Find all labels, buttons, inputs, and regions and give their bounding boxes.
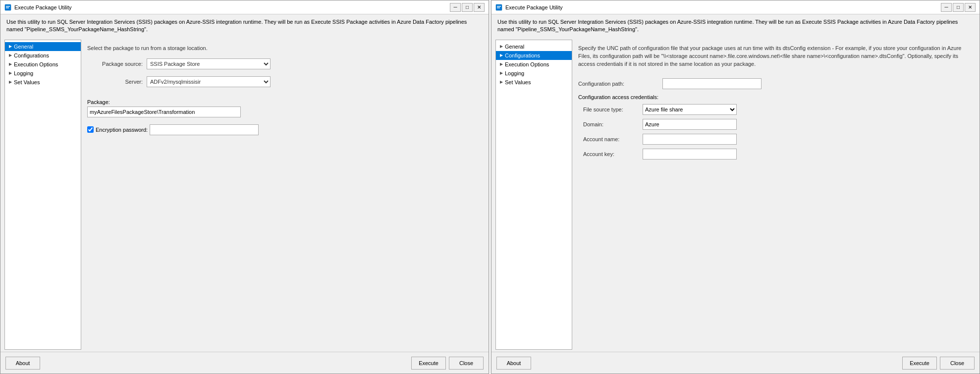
- window-content-2: Use this utility to run SQL Server Integ…: [491, 14, 980, 352]
- about-button-1[interactable]: About: [5, 357, 40, 370]
- nav-panel-1: ▶ General ▶ Configurations ▶ Execution O…: [4, 40, 81, 350]
- encryption-row: Encryption password:: [87, 124, 482, 135]
- config-path-input[interactable]: [662, 78, 762, 89]
- nav-label-setvalues-2: Set Values: [505, 79, 531, 85]
- nav-arrow-configurations-2: ▶: [500, 53, 503, 57]
- config-path-label: Configuration path:: [578, 81, 662, 87]
- title-controls-1: ─ □ ✕: [450, 3, 485, 12]
- nav-item-setvalues-1[interactable]: ▶ Set Values: [5, 78, 81, 87]
- maximize-button-1[interactable]: □: [462, 3, 473, 12]
- nav-arrow-logging-2: ▶: [500, 71, 503, 75]
- server-select[interactable]: ADFv2/mysqlmissisir: [147, 76, 271, 87]
- nav-item-configurations-2[interactable]: ▶ Configurations: [496, 51, 572, 60]
- nav-arrow-setvalues-2: ▶: [500, 80, 503, 84]
- domain-row: Domain:: [578, 119, 973, 130]
- nav-arrow-logging-1: ▶: [9, 71, 12, 75]
- nav-item-configurations-1[interactable]: ▶ Configurations: [5, 51, 81, 60]
- nav-label-configurations-1: Configurations: [14, 53, 49, 58]
- app-icon-2: [495, 4, 502, 11]
- title-bar-left-1: Execute Package Utility: [4, 4, 72, 11]
- description-2: Use this utility to run SQL Server Integ…: [491, 14, 980, 38]
- server-control: ADFv2/mysqlmissisir: [147, 76, 271, 87]
- server-row: Server: ADFv2/mysqlmissisir: [87, 76, 482, 87]
- minimize-button-1[interactable]: ─: [450, 3, 461, 12]
- encrypt-input[interactable]: [150, 124, 259, 135]
- config-section: Configuration path: Configuration access…: [578, 78, 973, 163]
- file-source-type-select[interactable]: Azure file share: [643, 104, 737, 115]
- package-source-label: Package source:: [87, 61, 147, 67]
- execute-button-1[interactable]: Execute: [411, 357, 446, 370]
- execute-button-2[interactable]: Execute: [902, 357, 937, 370]
- window-title-2: Execute Package Utility: [505, 4, 563, 10]
- title-controls-2: ─ □ ✕: [941, 3, 976, 12]
- close-button-1[interactable]: ✕: [474, 3, 485, 12]
- window-2: Execute Package Utility ─ □ ✕ Use this u…: [491, 0, 980, 374]
- maximize-button-2[interactable]: □: [953, 3, 964, 12]
- title-bar-2: Execute Package Utility ─ □ ✕: [491, 0, 980, 14]
- nav-arrow-setvalues-1: ▶: [9, 80, 12, 84]
- package-source-row: Package source: SSIS Package Store: [87, 58, 482, 69]
- title-bar-1: Execute Package Utility ─ □ ✕: [0, 0, 489, 14]
- nav-label-general-1: General: [14, 44, 33, 50]
- nav-label-logging-2: Logging: [505, 70, 524, 76]
- nav-label-setvalues-1: Set Values: [14, 79, 40, 85]
- nav-label-execution-2: Execution Options: [505, 61, 549, 67]
- nav-item-execution-2[interactable]: ▶ Execution Options: [496, 60, 572, 69]
- content-hint-1: Select the package to run from a storage…: [87, 43, 482, 54]
- encrypt-checkbox[interactable]: [87, 126, 94, 133]
- account-name-row: Account name:: [578, 134, 973, 145]
- credentials-group: Configuration access credentials: File s…: [578, 94, 973, 160]
- content-panel-2: Specify the UNC path of configuration fi…: [575, 40, 976, 350]
- nav-item-logging-2[interactable]: ▶ Logging: [496, 69, 572, 78]
- main-area-1: ▶ General ▶ Configurations ▶ Execution O…: [0, 38, 489, 352]
- nav-arrow-execution-2: ▶: [500, 62, 503, 66]
- nav-arrow-general-1: ▶: [9, 44, 12, 49]
- file-source-type-row: File source type: Azure file share: [578, 104, 973, 115]
- close-button-footer-1[interactable]: Close: [449, 357, 484, 370]
- credentials-title: Configuration access credentials:: [578, 94, 973, 100]
- footer-right-1: Execute Close: [411, 357, 484, 370]
- nav-label-execution-1: Execution Options: [14, 61, 58, 67]
- nav-panel-2: ▶ General ▶ Configurations ▶ Execution O…: [495, 40, 572, 350]
- minimize-button-2[interactable]: ─: [941, 3, 952, 12]
- close-button-footer-2[interactable]: Close: [940, 357, 975, 370]
- app-icon-1: [4, 4, 11, 11]
- svg-rect-2: [6, 7, 9, 8]
- domain-label: Domain:: [583, 121, 643, 127]
- close-button-2[interactable]: ✕: [965, 3, 976, 12]
- about-button-2[interactable]: About: [496, 357, 531, 370]
- account-key-row: Account key:: [578, 149, 973, 160]
- svg-rect-5: [497, 7, 500, 8]
- nav-item-logging-1[interactable]: ▶ Logging: [5, 69, 81, 78]
- nav-arrow-configurations-1: ▶: [9, 53, 12, 57]
- nav-item-general-2[interactable]: ▶ General: [496, 42, 572, 51]
- title-bar-left-2: Execute Package Utility: [495, 4, 563, 11]
- footer-1: About Execute Close: [0, 352, 489, 374]
- nav-item-execution-1[interactable]: ▶ Execution Options: [5, 60, 81, 69]
- nav-arrow-execution-1: ▶: [9, 62, 12, 66]
- package-field-label: Package:: [87, 99, 482, 105]
- nav-item-setvalues-2[interactable]: ▶ Set Values: [496, 78, 572, 87]
- file-source-type-label: File source type:: [583, 107, 643, 112]
- window-content-1: Use this utility to run SQL Server Integ…: [0, 14, 489, 352]
- account-name-label: Account name:: [583, 136, 643, 142]
- package-source-select[interactable]: SSIS Package Store: [147, 58, 271, 69]
- package-input[interactable]: [87, 107, 241, 117]
- content-panel-1: Select the package to run from a storage…: [84, 40, 485, 350]
- footer-2: About Execute Close: [491, 352, 980, 374]
- server-label: Server:: [87, 79, 147, 85]
- account-key-label: Account key:: [583, 151, 643, 157]
- nav-arrow-general-2: ▶: [500, 44, 503, 49]
- content-hint-2: Specify the UNC path of configuration fi…: [578, 43, 973, 70]
- footer-right-2: Execute Close: [902, 357, 975, 370]
- nav-item-general-1[interactable]: ▶ General: [5, 42, 81, 51]
- nav-label-general-2: General: [505, 44, 524, 50]
- main-area-2: ▶ General ▶ Configurations ▶ Execution O…: [491, 38, 980, 352]
- domain-input[interactable]: [643, 119, 737, 130]
- account-name-input[interactable]: [643, 134, 737, 145]
- package-section: Package:: [87, 99, 482, 117]
- account-key-input[interactable]: [643, 149, 737, 160]
- svg-rect-4: [497, 6, 501, 7]
- nav-label-logging-1: Logging: [14, 70, 33, 76]
- window-1: Execute Package Utility ─ □ ✕ Use this u…: [0, 0, 489, 374]
